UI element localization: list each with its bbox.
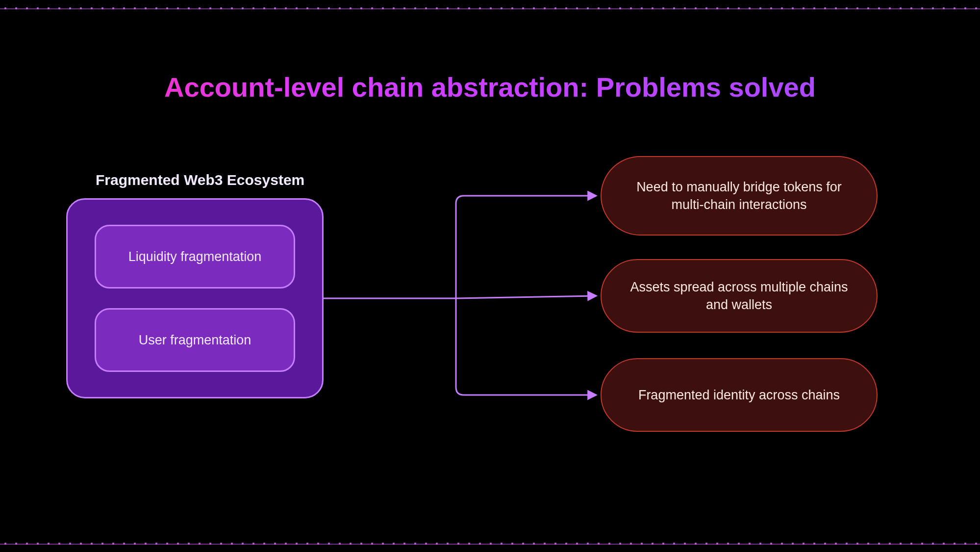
slide-title: Account-level chain abstraction: Problem… [0, 71, 980, 103]
fragmentation-item-user: User fragmentation [95, 308, 295, 372]
problem-pill-assets: Assets spread across multiple chains and… [601, 259, 878, 333]
problem-pill-identity: Fragmented identity across chains [601, 358, 878, 432]
fragmented-ecosystem-panel: Liquidity fragmentation User fragmentati… [66, 198, 324, 398]
decorative-border-top [0, 4, 980, 13]
decorative-border-bottom [0, 539, 980, 548]
problem-pill-bridge: Need to manually bridge tokens for multi… [601, 156, 878, 236]
fragmentation-item-liquidity: Liquidity fragmentation [95, 225, 295, 289]
left-group-header: Fragmented Web3 Ecosystem [96, 172, 304, 188]
